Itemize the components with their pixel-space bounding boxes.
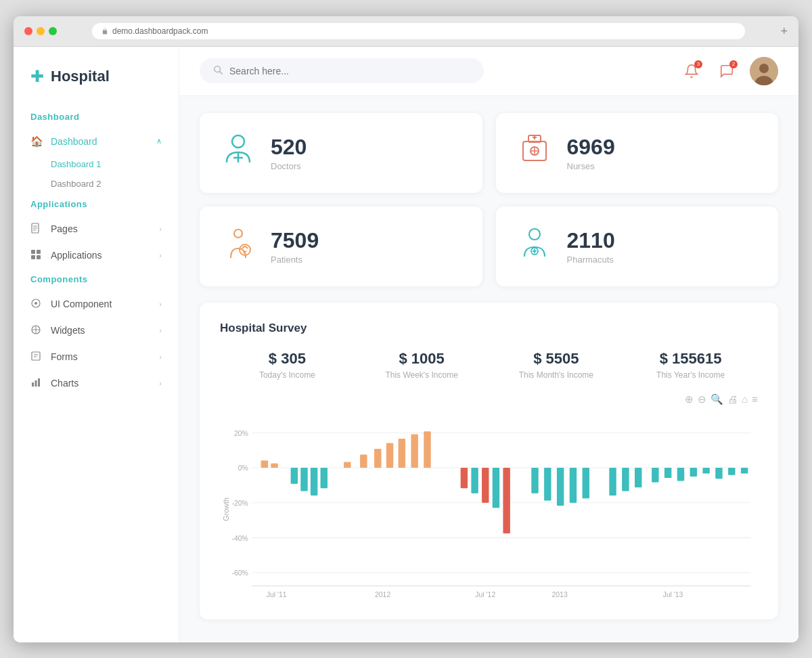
- sidebar-item-charts[interactable]: Charts ›: [14, 370, 179, 397]
- sidebar-item-ui-label: UI Component: [51, 299, 112, 309]
- search-icon: [213, 65, 223, 76]
- svg-text:2012: 2012: [375, 590, 390, 598]
- sidebar-item-widgets[interactable]: Widgets ›: [14, 317, 179, 344]
- maximize-button[interactable]: [49, 27, 57, 35]
- nav-section-label-applications: Applications: [14, 194, 179, 216]
- svg-rect-5: [37, 250, 41, 254]
- nurses-icon: [516, 132, 554, 174]
- sidebar-item-ui-component[interactable]: UI Component ›: [14, 291, 179, 317]
- svg-rect-59: [360, 454, 367, 467]
- sidebar-item-pages[interactable]: Pages ›: [14, 216, 179, 242]
- stat-card-pharmacuts: 2110 Pharmacuts: [496, 206, 779, 286]
- svg-point-34: [234, 229, 242, 238]
- svg-rect-65: [461, 468, 468, 488]
- logo: ✚ Hospital: [14, 60, 179, 106]
- stat-card-nurses: 6969 Nurses: [496, 113, 779, 193]
- doctors-label: Doctors: [271, 161, 307, 171]
- search-bar[interactable]: [200, 58, 484, 83]
- lock-icon: [102, 28, 108, 35]
- browser-toolbar: demo.dashboardpack.com +: [14, 16, 798, 47]
- income-week-value: $ 1005: [355, 350, 489, 368]
- sidebar-item-forms[interactable]: Forms ›: [14, 344, 179, 370]
- nurses-info: 6969 Nurses: [567, 135, 615, 171]
- page-content: 520 Doctors: [179, 96, 798, 642]
- search-chart-icon[interactable]: 🔍: [710, 393, 723, 405]
- chart-container: 20% 0% -20% -40% -60% Growth: [220, 411, 758, 600]
- nav-section-dashboard: Dashboard 🏠 Dashboard ∧ Dashboard 1 Dash…: [14, 106, 179, 194]
- svg-text:Jul '11: Jul '11: [267, 590, 287, 598]
- patients-label: Patients: [271, 255, 319, 265]
- svg-rect-66: [471, 468, 478, 494]
- ui-component-icon: [30, 298, 44, 311]
- avatar-image: [750, 57, 778, 85]
- svg-rect-55: [300, 468, 307, 491]
- patients-info: 7509 Patients: [271, 228, 319, 265]
- sidebar-subitem-dashboard1[interactable]: Dashboard 1: [14, 154, 179, 174]
- svg-text:Jul '12: Jul '12: [475, 590, 495, 598]
- search-input[interactable]: [229, 66, 470, 76]
- pharmacuts-icon: [516, 225, 554, 267]
- pages-icon: [30, 223, 44, 236]
- svg-rect-75: [609, 468, 616, 496]
- header-icons: 3 2: [679, 57, 778, 85]
- svg-rect-53: [271, 463, 277, 467]
- zoom-in-icon[interactable]: ⊕: [685, 393, 694, 405]
- sidebar-subitem-dashboard2[interactable]: Dashboard 2: [14, 174, 179, 194]
- sidebar-item-dashboard[interactable]: 🏠 Dashboard ∧: [14, 129, 179, 154]
- svg-rect-63: [411, 434, 418, 468]
- patients-number: 7509: [271, 228, 319, 253]
- svg-text:-20%: -20%: [231, 498, 248, 506]
- minimize-button[interactable]: [37, 27, 45, 35]
- notifications-button[interactable]: 3: [679, 59, 704, 83]
- logo-icon: ✚: [30, 67, 44, 86]
- svg-text:Growth: Growth: [222, 497, 230, 521]
- pharmacuts-label: Pharmacuts: [567, 255, 615, 265]
- home-chart-icon[interactable]: ⌂: [742, 393, 748, 405]
- svg-line-20: [220, 72, 223, 74]
- income-month: $ 5505 This Month's Income: [489, 350, 624, 380]
- chevron-right-icon: ›: [159, 225, 162, 233]
- svg-text:0%: 0%: [238, 464, 249, 472]
- svg-rect-76: [622, 468, 629, 491]
- income-year-value: $ 155615: [623, 350, 758, 368]
- svg-text:Jul '13: Jul '13: [663, 590, 683, 598]
- traffic-lights: [24, 27, 57, 35]
- messages-button[interactable]: 2: [715, 59, 739, 83]
- zoom-out-icon[interactable]: ⊖: [698, 393, 706, 405]
- svg-rect-80: [677, 468, 684, 481]
- sidebar-item-applications[interactable]: Applications ›: [14, 242, 179, 269]
- chevron-up-icon: ∧: [156, 137, 162, 146]
- user-avatar[interactable]: [750, 57, 778, 85]
- forms-icon: [30, 351, 44, 364]
- svg-rect-16: [32, 382, 34, 387]
- svg-rect-52: [261, 460, 268, 468]
- svg-rect-83: [715, 468, 722, 479]
- doctors-icon: [220, 132, 257, 174]
- chart-toolbar: ⊕ ⊖ 🔍 🖨 ⌂ ≡: [220, 393, 758, 405]
- svg-rect-85: [741, 468, 748, 474]
- close-button[interactable]: [24, 27, 32, 35]
- svg-rect-60: [374, 449, 381, 468]
- sidebar-item-label: Dashboard: [51, 136, 97, 147]
- app-container: ✚ Hospital Dashboard 🏠 Dashboard ∧ Dashb…: [14, 47, 798, 642]
- svg-rect-17: [35, 380, 37, 387]
- new-tab-button[interactable]: +: [780, 25, 788, 37]
- url-bar[interactable]: demo.dashboardpack.com: [92, 23, 745, 39]
- chevron-right-icon2: ›: [159, 251, 162, 259]
- svg-text:-60%: -60%: [231, 569, 248, 577]
- print-icon[interactable]: 🖨: [727, 393, 738, 405]
- pharmacuts-info: 2110 Pharmacuts: [567, 228, 615, 265]
- svg-point-37: [529, 229, 540, 240]
- income-stats: $ 305 Today's Income $ 1005 This Week's …: [220, 350, 758, 380]
- income-month-value: $ 5505: [489, 350, 624, 368]
- nav-section-applications: Applications Pages › Applications ›: [14, 194, 179, 269]
- menu-icon[interactable]: ≡: [752, 393, 758, 405]
- logo-text: Hospital: [51, 68, 110, 85]
- sidebar: ✚ Hospital Dashboard 🏠 Dashboard ∧ Dashb…: [14, 47, 179, 642]
- income-week-label: This Week's Income: [355, 370, 489, 380]
- svg-rect-57: [321, 468, 328, 488]
- income-year: $ 155615 This Year's Income: [623, 350, 758, 380]
- svg-rect-4: [31, 250, 35, 254]
- svg-rect-84: [728, 468, 735, 475]
- svg-rect-62: [399, 438, 405, 467]
